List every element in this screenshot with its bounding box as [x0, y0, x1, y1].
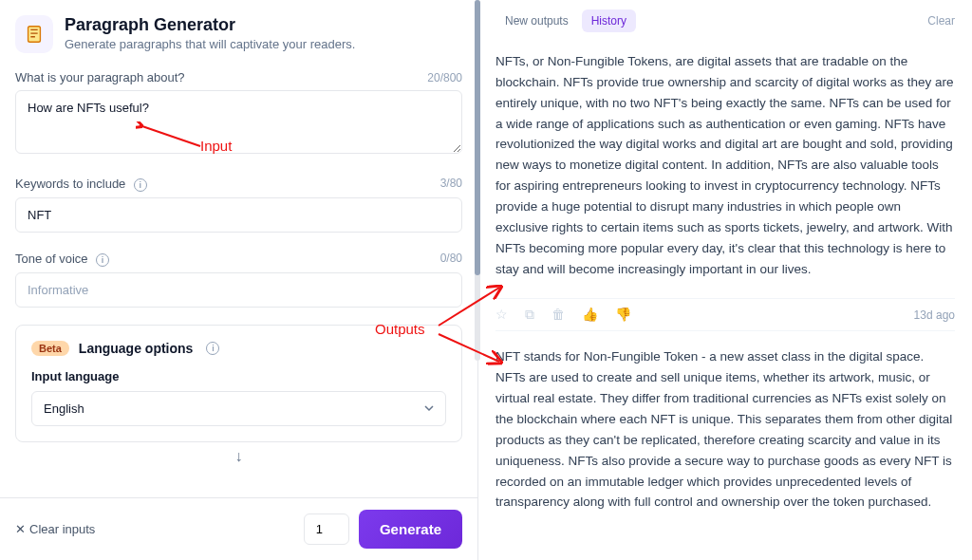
topic-label: What is your paragraph about? [15, 70, 185, 84]
close-icon: ✕ [15, 522, 26, 536]
clear-inputs-label: Clear inputs [29, 522, 95, 536]
keywords-input[interactable] [15, 197, 462, 233]
clear-inputs-button[interactable]: ✕ Clear inputs [15, 522, 95, 536]
topic-count: 20/800 [427, 71, 462, 84]
generate-button[interactable]: Generate [359, 510, 462, 549]
beta-badge: Beta [31, 341, 69, 356]
info-icon[interactable]: i [206, 342, 219, 355]
output-panel: New outputs History Clear NFTs, or Non-F… [478, 0, 972, 560]
tone-count: 0/80 [440, 252, 462, 265]
copy-icon[interactable]: ⧉ [525, 307, 534, 323]
output-header: New outputs History Clear [478, 0, 972, 42]
page-header: Paragraph Generator Generate paragraphs … [15, 15, 462, 53]
scroll-down-indicator: ↓ [15, 442, 462, 467]
language-options-box: Beta Language options i Input language E… [15, 325, 462, 442]
info-icon[interactable]: i [96, 253, 109, 267]
trash-icon[interactable]: 🗑 [551, 307, 565, 323]
output-text[interactable]: NFT stands for Non-Fungible Token - a ne… [495, 337, 955, 526]
star-icon[interactable]: ☆ [495, 307, 508, 323]
keywords-field: Keywords to include i 3/80 [15, 175, 462, 233]
thumbs-up-icon[interactable]: 👍 [582, 307, 598, 323]
thumbs-down-icon[interactable]: 👎 [615, 307, 631, 323]
topic-field: What is your paragraph about? 20/800 [15, 70, 462, 158]
tab-new-outputs[interactable]: New outputs [495, 9, 578, 32]
tone-label: Tone of voice [15, 252, 88, 266]
page-title: Paragraph Generator [65, 15, 355, 35]
output-count-stepper[interactable] [304, 513, 349, 545]
output-text[interactable]: NFTs, or Non-Fungible Tokens, are digita… [495, 42, 955, 292]
output-timestamp: 13d ago [914, 308, 955, 322]
input-language-select[interactable]: English [31, 391, 446, 426]
tone-input[interactable] [15, 272, 462, 308]
keywords-label: Keywords to include [15, 177, 125, 191]
svg-rect-0 [28, 27, 41, 43]
info-icon[interactable]: i [134, 178, 147, 192]
clear-outputs-button[interactable]: Clear [927, 14, 955, 28]
page-subtitle: Generate paragraphs that will captivate … [65, 37, 355, 51]
keywords-count: 3/80 [440, 177, 462, 190]
app-icon [15, 15, 53, 53]
topic-input[interactable] [15, 90, 462, 154]
scrollbar[interactable] [475, 0, 480, 361]
form-footer: ✕ Clear inputs Generate [0, 497, 477, 560]
form-panel: Paragraph Generator Generate paragraphs … [0, 0, 478, 560]
language-options-title: Language options [79, 341, 194, 356]
form-scroll[interactable]: Paragraph Generator Generate paragraphs … [0, 0, 477, 497]
input-language-label: Input language [31, 369, 446, 383]
output-meta-row: ☆ ⧉ 🗑 👍 👎 13d ago [495, 298, 955, 331]
tab-history[interactable]: History [582, 9, 636, 32]
scrollbar-thumb[interactable] [475, 0, 480, 275]
outputs-scroll[interactable]: NFTs, or Non-Fungible Tokens, are digita… [478, 42, 972, 560]
tone-field: Tone of voice i 0/80 [15, 250, 462, 308]
